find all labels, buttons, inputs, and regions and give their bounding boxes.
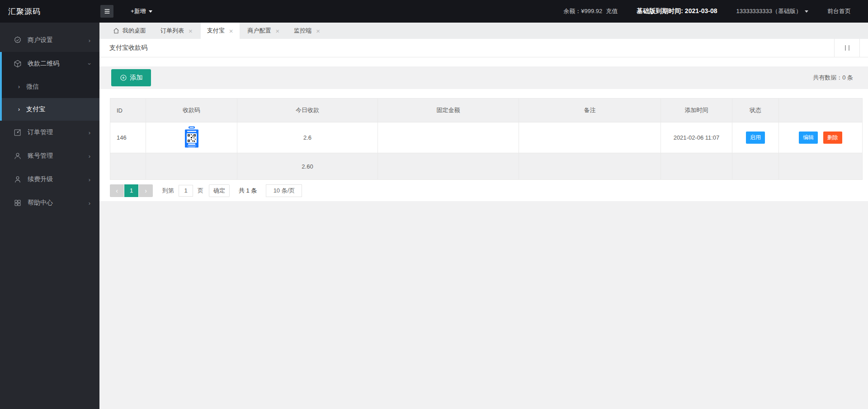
- pause-bars-icon: [845, 45, 846, 51]
- total-count-text: 共有数据：0 条: [813, 66, 853, 89]
- cell-remark: [519, 122, 661, 153]
- cell-fixed-amount: [378, 122, 519, 153]
- balance-label: 余额：¥999.92: [563, 7, 602, 15]
- tab-alipay[interactable]: 支付宝 ×: [201, 23, 240, 39]
- page-number-input[interactable]: [179, 185, 193, 197]
- next-page-button[interactable]: ›: [139, 184, 153, 197]
- total-items-label: 共 1 条: [239, 187, 257, 195]
- header-status: 状态: [732, 99, 779, 122]
- header-remark: 备注: [519, 99, 661, 122]
- sidebar-item-renewal[interactable]: 续费升级 ›: [0, 168, 99, 191]
- confirm-page-button[interactable]: 确定: [209, 184, 230, 197]
- goto-page-label: 到第: [162, 187, 174, 195]
- sidebar-item-accounts[interactable]: 账号管理 ›: [0, 144, 99, 168]
- plus-circle-icon: [120, 74, 127, 81]
- cell-added-time: 2021-02-06 11:07: [661, 122, 732, 153]
- app-logo: 汇聚源码: [0, 6, 99, 17]
- close-icon[interactable]: ×: [189, 27, 193, 35]
- sidebar-item-wechat[interactable]: › 微信: [2, 75, 99, 98]
- alipay-qr-thumbnail[interactable]: [184, 126, 199, 148]
- sidebar-subitem-label: 微信: [26, 83, 39, 91]
- table-section: ID 收款码 今日收款 固定金额 备注 添加时间 状态 146: [99, 89, 868, 180]
- sidebar-item-label: 续费升级: [28, 175, 53, 183]
- sidebar-nav: 商户设置 › 收款二维码 › › 微信 › 支付宝: [0, 23, 99, 409]
- edit-button[interactable]: 编辑: [799, 132, 818, 144]
- close-icon[interactable]: ×: [276, 27, 280, 35]
- top-navbar: 汇聚源码 +新增 余额：¥999.92 充值 基础版到期时间: 2021-03-…: [0, 0, 868, 23]
- menu-list-icon: [104, 8, 111, 15]
- summary-added-time: [661, 153, 732, 180]
- current-page-button[interactable]: 1: [124, 184, 138, 197]
- add-button-label: 添加: [130, 74, 143, 82]
- new-create-dropdown[interactable]: +新增: [131, 7, 152, 15]
- page-title-bar: 支付宝收款码: [99, 39, 868, 57]
- sidebar-item-label: 账号管理: [28, 152, 53, 160]
- chevron-right-icon: ›: [89, 176, 90, 183]
- chevron-right-icon: ›: [89, 200, 90, 207]
- sidebar-item-label: 商户设置: [28, 36, 53, 44]
- spacer: [99, 57, 868, 66]
- page-size-select[interactable]: 10 条/页: [266, 184, 302, 197]
- tab-label: 我的桌面: [123, 27, 146, 35]
- sidebar-item-help-center[interactable]: 帮助中心 ›: [0, 191, 99, 215]
- tab-merchant-config[interactable]: 商户配置 ×: [241, 23, 286, 39]
- chevron-down-icon: ›: [86, 63, 93, 65]
- add-button[interactable]: 添加: [111, 69, 151, 86]
- chevron-right-icon: ›: [18, 106, 20, 113]
- recharge-link[interactable]: 充值: [606, 7, 618, 15]
- sidebar-collapse-button[interactable]: [100, 5, 113, 18]
- summary-qrcode: [146, 153, 237, 180]
- sidebar-item-merchant-settings[interactable]: 商户设置 ›: [0, 28, 99, 52]
- tab-bar: 我的桌面 订单列表 × 支付宝 × 商户配置 × 监控端 ×: [99, 23, 868, 39]
- sidebar-item-label: 帮助中心: [28, 199, 53, 207]
- chevron-right-icon: ›: [89, 129, 90, 136]
- edit-square-icon: [14, 128, 22, 136]
- badge-check-icon: [14, 36, 22, 44]
- tab-monitor[interactable]: 监控端 ×: [288, 23, 326, 39]
- tab-label: 商户配置: [248, 27, 271, 35]
- tab-label: 订单列表: [160, 27, 184, 35]
- cell-today-income: 2.6: [237, 122, 378, 153]
- cell-id: 146: [110, 122, 146, 153]
- qrcode-table: ID 收款码 今日收款 固定金额 备注 添加时间 状态 146: [110, 98, 863, 180]
- sidebar-group-qrcode: 收款二维码 › › 微信 › 支付宝: [0, 52, 99, 121]
- sidebar-item-alipay[interactable]: › 支付宝: [2, 98, 99, 121]
- pagination-bar: ‹ 1 › 到第 页 确定 共 1 条 10 条/页: [99, 180, 868, 201]
- caret-down-icon: [805, 10, 808, 13]
- table-row: 146: [110, 122, 863, 153]
- account-dropdown[interactable]: 13333333333（基础版）: [736, 7, 808, 15]
- table-header-row: ID 收款码 今日收款 固定金额 备注 添加时间 状态: [110, 99, 863, 122]
- close-icon[interactable]: ×: [229, 27, 233, 35]
- front-home-link[interactable]: 前台首页: [827, 7, 851, 15]
- sidebar-subitem-label: 支付宝: [26, 105, 45, 113]
- header-today-income: 今日收款: [237, 99, 378, 122]
- header-fixed-amount: 固定金额: [378, 99, 519, 122]
- grid-icon: [14, 199, 22, 207]
- tab-label: 支付宝: [207, 27, 225, 35]
- close-icon[interactable]: ×: [316, 27, 320, 35]
- panel-toggle-button[interactable]: [834, 39, 860, 57]
- chevron-right-icon: ›: [145, 187, 147, 194]
- qr-cube-icon: [14, 60, 22, 68]
- cell-status: 启用: [732, 122, 779, 153]
- cell-actions: 编辑 删除: [779, 122, 863, 153]
- main-content: 我的桌面 订单列表 × 支付宝 × 商户配置 × 监控端 × 支付宝收款码: [99, 23, 868, 409]
- sidebar-item-qrcode[interactable]: 收款二维码 ›: [2, 52, 99, 75]
- tab-my-desktop[interactable]: 我的桌面: [107, 23, 152, 39]
- delete-button[interactable]: 删除: [823, 132, 842, 144]
- summary-row: 2.60: [110, 153, 863, 180]
- summary-fixed-amount: [378, 153, 519, 180]
- chevron-right-icon: ›: [18, 84, 20, 90]
- user-icon: [14, 152, 22, 160]
- prev-page-button[interactable]: ‹: [110, 184, 124, 197]
- header-actions: [779, 99, 863, 122]
- page-unit-label: 页: [198, 187, 203, 195]
- header-qrcode: 收款码: [146, 99, 237, 122]
- status-badge[interactable]: 启用: [746, 132, 765, 144]
- sidebar-item-orders[interactable]: 订单管理 ›: [0, 121, 99, 144]
- tab-order-list[interactable]: 订单列表 ×: [154, 23, 199, 39]
- content-background: [99, 201, 868, 409]
- chevron-right-icon: ›: [89, 37, 90, 44]
- tab-label: 监控端: [294, 27, 311, 35]
- account-label: 13333333333（基础版）: [736, 7, 802, 15]
